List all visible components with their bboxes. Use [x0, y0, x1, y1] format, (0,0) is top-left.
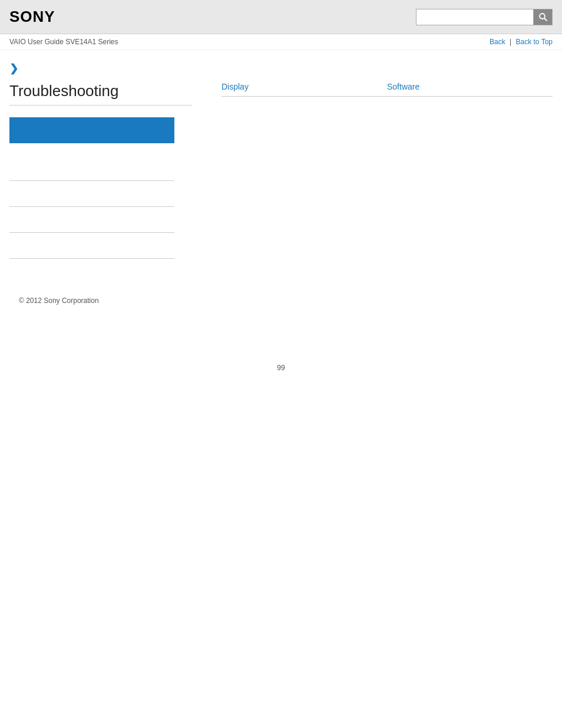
search-button[interactable] [534, 9, 553, 25]
right-links-row: Display Software [222, 82, 553, 97]
display-link[interactable]: Display [222, 82, 387, 91]
copyright-text: © 2012 Sony Corporation [19, 297, 99, 305]
svg-point-0 [540, 14, 545, 19]
breadcrumb: VAIO User Guide SVE14A1 Series [9, 38, 118, 46]
content-layout: Troubleshooting Display Software [9, 82, 553, 261]
chevron-right-icon [9, 62, 19, 71]
section-title: Troubleshooting [9, 82, 192, 106]
svg-line-1 [544, 18, 547, 21]
left-panel: Troubleshooting [9, 82, 192, 261]
blue-highlight-block[interactable] [9, 117, 174, 143]
back-link[interactable]: Back [490, 38, 505, 46]
search-area [416, 9, 553, 25]
list-item[interactable] [9, 209, 174, 233]
software-link[interactable]: Software [387, 82, 553, 91]
nav-separator: | [510, 38, 511, 46]
main-content: Troubleshooting Display Software © 2012 … [0, 50, 562, 328]
right-panel: Display Software [192, 82, 553, 261]
nav-links: Back | Back to Top [490, 38, 553, 46]
footer: © 2012 Sony Corporation [9, 285, 553, 317]
list-item[interactable] [9, 157, 174, 181]
list-item[interactable] [9, 235, 174, 259]
sony-logo: SONY [9, 8, 55, 26]
list-item[interactable] [9, 183, 174, 207]
back-to-top-link[interactable]: Back to Top [516, 38, 553, 46]
page-number: 99 [0, 364, 562, 384]
search-icon [538, 12, 548, 22]
chevron-row [9, 62, 553, 76]
nav-bar: VAIO User Guide SVE14A1 Series Back | Ba… [0, 34, 562, 50]
header: SONY [0, 0, 562, 34]
search-input[interactable] [416, 9, 534, 25]
